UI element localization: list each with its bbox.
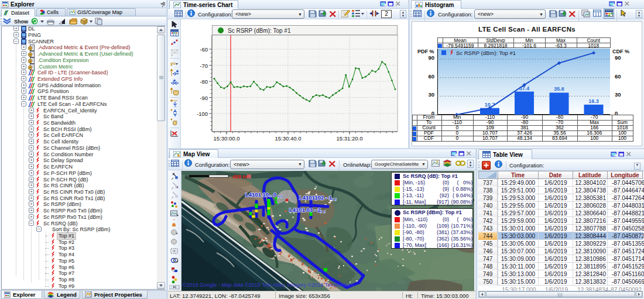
svg-text:©2019 Google - Map data ©2019: ©2019 Google - Map data ©2019 Tele Atlas… <box>183 282 354 288</box>
svg-text:L4101 10.. 0 , ,: L4101 10.. 0 , , <box>245 191 283 198</box>
svg-text:499 m: 499 m <box>232 174 248 180</box>
svg-text:L4101102 - 1, ,: L4101102 - 1, , <box>299 194 337 201</box>
svg-text:L4101 03 - 2, ,: L4101 03 - 2, , <box>289 207 326 213</box>
